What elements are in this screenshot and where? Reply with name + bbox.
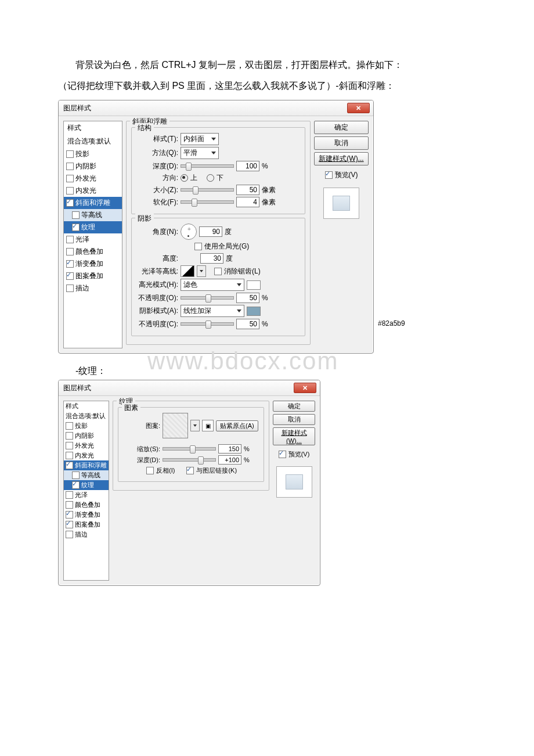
highlight-color-swatch[interactable]: [247, 280, 261, 290]
pattern-dropdown[interactable]: [190, 420, 200, 431]
preview-checkbox-2[interactable]: [279, 451, 286, 458]
sidebar-item-pattern-overlay-2[interactable]: 图案叠加: [64, 520, 109, 530]
altitude-value[interactable]: 30: [200, 253, 223, 264]
sidebar-item-inner-glow[interactable]: 内发光: [64, 185, 122, 197]
sidebar-item-stroke[interactable]: 描边: [64, 282, 122, 294]
sidebar-item-gradient-overlay-2[interactable]: 渐变叠加: [64, 510, 109, 520]
sidebar-item-gradient-overlay[interactable]: 渐变叠加: [64, 258, 122, 270]
sidebar-item-satin[interactable]: 光泽: [64, 233, 122, 246]
highlight-mode-label: 高光模式(H):: [136, 280, 178, 290]
link-label: 与图层链接(K): [196, 466, 237, 475]
size-label: 大小(Z):: [136, 185, 178, 195]
angle-label: 角度(N):: [136, 227, 178, 237]
link-checkbox[interactable]: [186, 467, 194, 474]
depth-slider[interactable]: [181, 164, 234, 168]
dir-up-radio[interactable]: [181, 174, 188, 182]
tex-depth-slider[interactable]: [163, 458, 216, 462]
sidebar-item-inner-shadow[interactable]: 内阴影: [64, 160, 122, 172]
size-slider[interactable]: [181, 188, 234, 192]
gloss-contour-dropdown[interactable]: [197, 265, 206, 277]
sidebar-item-drop-shadow[interactable]: 投影: [64, 148, 122, 160]
sidebar-item-outer-glow-2[interactable]: 外发光: [64, 441, 109, 451]
highlight-opacity-value[interactable]: 50: [236, 293, 259, 303]
ok-button[interactable]: 确定: [314, 121, 369, 134]
sidebar-head[interactable]: 样式: [64, 121, 122, 135]
gloss-contour-swatch[interactable]: [181, 265, 194, 277]
antialias-label: 消除锯齿(L): [224, 267, 261, 276]
scale-pct: %: [244, 445, 259, 452]
sidebar-item-outer-glow[interactable]: 外发光: [64, 172, 122, 185]
sidebar-item-texture[interactable]: 纹理: [64, 221, 122, 233]
px-unit-2: 像素: [262, 197, 277, 207]
soften-value[interactable]: 4: [236, 197, 259, 207]
scale-label: 缩放(S):: [123, 445, 160, 453]
close-button-2[interactable]: ✕: [294, 383, 316, 393]
snap-origin-button[interactable]: 贴紧原点(A): [216, 420, 258, 431]
global-light-label: 使用全局光(G): [204, 242, 249, 251]
size-value[interactable]: 50: [236, 185, 259, 195]
shadow-mode-select[interactable]: 线性加深: [181, 305, 244, 317]
tex-depth-pct: %: [244, 456, 259, 463]
sidebar-item-contour-2[interactable]: 等高线: [64, 470, 109, 480]
ok-button-2[interactable]: 确定: [273, 401, 315, 412]
sidebar-default-2[interactable]: 混合选项:默认: [64, 411, 109, 421]
technique-label: 方法(Q):: [136, 148, 178, 158]
sidebar-item-inner-shadow-2[interactable]: 内阴影: [64, 431, 109, 441]
highlight-mode-select[interactable]: 滤色: [181, 279, 244, 291]
preview-box: [323, 188, 359, 219]
tex-depth-value[interactable]: +100: [218, 455, 241, 465]
style-select[interactable]: 内斜面: [181, 133, 219, 145]
texture-panel: 纹理 图素 图案: ▣ 贴紧原点(A) 缩放(S):: [113, 401, 269, 581]
sidebar-item-pattern-overlay[interactable]: 图案叠加: [64, 270, 122, 282]
technique-select[interactable]: 平滑: [181, 147, 219, 159]
angle-value[interactable]: 90: [199, 226, 222, 237]
cancel-button[interactable]: 取消: [314, 136, 369, 150]
layer-style-dialog-bevel: 图层样式 ✕ 样式 混合选项:默认 投影 内阴影 外发光 内发光 斜面和浮雕 等…: [58, 100, 374, 354]
dir-down-radio[interactable]: [207, 174, 214, 182]
section-texture-label: -纹理：: [75, 365, 499, 377]
preview-label: 预览(V): [335, 170, 358, 180]
close-button[interactable]: ✕: [347, 103, 370, 113]
soften-slider[interactable]: [181, 200, 234, 204]
sidebar-head-2[interactable]: 样式: [64, 401, 109, 411]
pattern-swatch[interactable]: [163, 413, 188, 438]
tex-depth-label: 深度(D):: [123, 456, 160, 465]
depth-value[interactable]: 100: [236, 161, 259, 171]
bevel-panel: 斜面和浮雕 结构 样式(T): 内斜面 方法(Q): 平滑 深度(D):: [126, 121, 311, 348]
pct-unit-3: %: [262, 320, 277, 328]
color-annotation: #82a5b9: [374, 319, 405, 327]
sidebar-item-drop-shadow-2[interactable]: 投影: [64, 421, 109, 431]
dialog-right-column-2: 确定 取消 新建样式(W)... 预览(V): [273, 401, 315, 581]
new-style-button[interactable]: 新建样式(W)...: [314, 152, 369, 165]
sidebar-item-texture-2[interactable]: 纹理: [64, 480, 109, 490]
preview-checkbox[interactable]: [325, 171, 333, 179]
dialog-titlebar: 图层样式 ✕: [59, 100, 373, 116]
shadow-opacity-value[interactable]: 50: [236, 319, 259, 329]
new-style-button-2[interactable]: 新建样式(W)...: [273, 427, 315, 445]
shadow-opacity-slider[interactable]: [181, 322, 234, 326]
sidebar-item-contour[interactable]: 等高线: [64, 209, 122, 221]
sidebar-item-satin-2[interactable]: 光泽: [64, 490, 109, 500]
dialog-titlebar-2: 图层样式 ✕: [59, 380, 320, 396]
sidebar-item-stroke-2[interactable]: 描边: [64, 530, 109, 539]
scale-value[interactable]: 150: [218, 444, 241, 453]
angle-dial[interactable]: +: [181, 224, 197, 240]
intro-text-1: 背景设为白色，然后 CTRL+J 复制一层，双击图层，打开图层样式。操作如下：: [75, 58, 499, 72]
elements-group: 图素 图案: ▣ 贴紧原点(A) 缩放(S): 150 %: [118, 407, 264, 482]
pattern-new-icon[interactable]: ▣: [202, 420, 214, 431]
sidebar-item-inner-glow-2[interactable]: 内发光: [64, 451, 109, 460]
sidebar-item-bevel-2[interactable]: 斜面和浮雕: [64, 460, 109, 470]
global-light-checkbox[interactable]: [194, 243, 202, 250]
sidebar-default[interactable]: 混合选项:默认: [64, 135, 122, 148]
shadow-color-swatch[interactable]: [247, 307, 261, 316]
cancel-button-2[interactable]: 取消: [273, 414, 315, 425]
antialias-checkbox[interactable]: [214, 268, 222, 275]
invert-checkbox[interactable]: [146, 467, 154, 474]
sidebar-item-color-overlay[interactable]: 颜色叠加: [64, 246, 122, 258]
highlight-opacity-slider[interactable]: [181, 296, 234, 300]
sidebar-item-bevel[interactable]: 斜面和浮雕: [64, 197, 122, 209]
highlight-opacity-label: 不透明度(O):: [136, 293, 178, 303]
scale-slider[interactable]: [163, 447, 216, 451]
sidebar-item-color-overlay-2[interactable]: 颜色叠加: [64, 500, 109, 510]
altitude-label: 高度:: [136, 254, 178, 264]
